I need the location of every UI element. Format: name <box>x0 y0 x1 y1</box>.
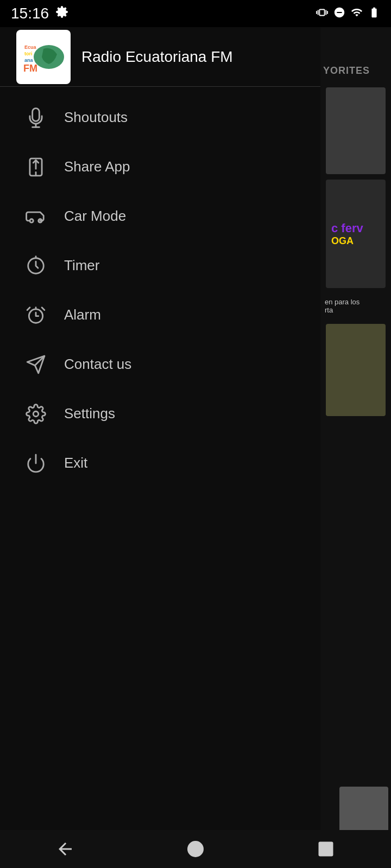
svg-text:FM: FM <box>23 63 37 74</box>
right-panel-background: YORITES c ferv OGA en para losrta <box>320 27 391 868</box>
menu-label-alarm: Alarm <box>64 307 101 323</box>
mic-icon <box>23 105 48 130</box>
menu-label-settings: Settings <box>64 405 115 422</box>
right-thumb-3 <box>326 324 386 416</box>
wifi-icon <box>351 7 363 21</box>
menu-label-shoutouts: Shoutouts <box>64 109 128 126</box>
logo-image: Ecua tori ana FM <box>19 33 68 81</box>
menu-item-share-app[interactable]: Share App <box>4 143 316 191</box>
menu-label-share-app: Share App <box>64 158 130 175</box>
side-drawer: Ecua tori ana FM Radio Ecuatoriana FM Sh… <box>0 27 320 868</box>
favorites-label: YORITES <box>320 27 391 82</box>
share-icon <box>23 155 48 179</box>
power-icon <box>23 451 48 475</box>
right-thumb-1 <box>326 87 386 174</box>
nav-recents-button[interactable] <box>310 835 342 863</box>
menu-item-contact-us[interactable]: Contact us <box>4 340 316 388</box>
right-thumb-2: c ferv OGA <box>326 180 386 288</box>
dnd-icon <box>333 7 345 21</box>
nav-bar <box>0 830 391 868</box>
svg-point-20 <box>33 411 39 417</box>
svg-text:tori: tori <box>24 51 33 56</box>
drawer-header: Ecua tori ana FM Radio Ecuatoriana FM <box>0 27 320 87</box>
svg-point-11 <box>29 219 33 222</box>
menu-label-timer: Timer <box>64 257 99 274</box>
svg-text:ana: ana <box>24 58 34 63</box>
menu-list: Shoutouts Share App Car Mode Timer <box>0 87 320 494</box>
alarm-icon <box>23 303 48 327</box>
svg-point-22 <box>187 841 204 857</box>
svg-rect-23 <box>319 842 333 857</box>
right-bottom-text: en para losrta <box>320 293 391 318</box>
menu-item-settings[interactable]: Settings <box>4 390 316 438</box>
status-time: 15:16 <box>11 5 49 22</box>
nav-home-button[interactable] <box>179 835 212 863</box>
status-bar: 15:16 <box>0 0 391 27</box>
menu-label-contact-us: Contact us <box>64 356 131 373</box>
timer-icon <box>23 253 48 278</box>
menu-label-car-mode: Car Mode <box>64 208 126 225</box>
send-icon <box>23 352 48 376</box>
battery-icon <box>368 7 380 21</box>
app-name: Radio Ecuatoriana FM <box>81 48 233 66</box>
menu-item-car-mode[interactable]: Car Mode <box>4 192 316 240</box>
status-right <box>316 7 380 21</box>
menu-item-alarm[interactable]: Alarm <box>4 291 316 339</box>
menu-item-timer[interactable]: Timer <box>4 241 316 290</box>
app-logo: Ecua tori ana FM <box>16 30 71 84</box>
status-left: 15:16 <box>11 5 68 22</box>
menu-item-shoutouts[interactable]: Shoutouts <box>4 93 316 142</box>
svg-text:Ecua: Ecua <box>24 44 37 50</box>
settings-status-icon <box>55 5 68 22</box>
gear-icon <box>23 401 48 426</box>
menu-item-exit[interactable]: Exit <box>4 439 316 487</box>
card-text-2: OGA <box>331 235 354 247</box>
right-bottom-small <box>339 787 388 835</box>
svg-line-17 <box>42 307 45 310</box>
svg-line-16 <box>27 307 30 310</box>
nav-back-button[interactable] <box>49 835 81 863</box>
menu-label-exit: Exit <box>64 455 87 471</box>
vibrate-icon <box>316 7 328 21</box>
car-icon <box>23 204 48 228</box>
card-text-1: c ferv <box>331 221 363 235</box>
